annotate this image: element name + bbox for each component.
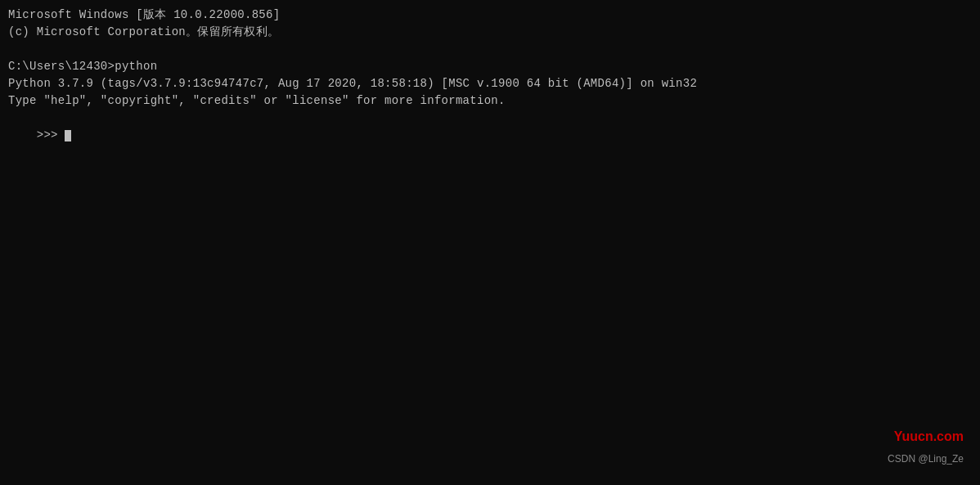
repl-prompt-text: >>>: [37, 128, 65, 141]
cursor-blink: [65, 130, 71, 141]
watermark-yuucn: Yuucn.com: [894, 429, 964, 444]
watermark-csdn: CSDN @Ling_Ze: [888, 453, 964, 465]
type-help-line: Type "help", "copyright", "credits" or "…: [8, 92, 972, 110]
empty-line-1: [8, 41, 972, 58]
repl-prompt-line[interactable]: >>>: [8, 110, 972, 161]
terminal-window: Microsoft Windows [版本 10.0.22000.856] (c…: [0, 0, 980, 485]
windows-version-line: Microsoft Windows [版本 10.0.22000.856]: [8, 7, 972, 24]
microsoft-copyright-line: (c) Microsoft Corporation。保留所有权利。: [8, 24, 972, 41]
python-version-info-line: Python 3.7.9 (tags/v3.7.9:13c94747c7, Au…: [8, 75, 972, 92]
python-launch-line: C:\Users\12430>python: [8, 58, 972, 75]
